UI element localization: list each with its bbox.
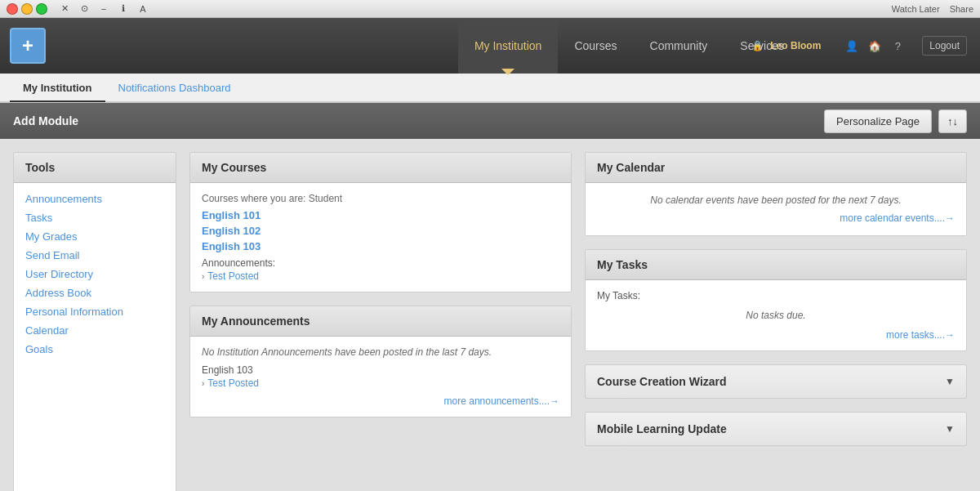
share-label[interactable]: Share xyxy=(950,4,973,14)
my-courses-body: Courses where you are: Student English 1… xyxy=(190,183,571,292)
more-calendar-link[interactable]: more calendar events....→ xyxy=(597,212,955,224)
nav-tab-community[interactable]: Community xyxy=(634,18,724,74)
list-item: Address Book xyxy=(14,283,176,302)
os-icon-circle: ⊙ xyxy=(77,2,91,16)
english-101-link[interactable]: English 101 xyxy=(202,209,559,221)
close-window-button[interactable] xyxy=(7,3,18,15)
mobile-learning-update-panel[interactable]: Mobile Learning Update ▼ xyxy=(585,412,967,446)
add-module-button[interactable]: Add Module xyxy=(13,114,78,127)
maximize-window-button[interactable] xyxy=(36,3,47,15)
announcements-link[interactable]: Announcements xyxy=(25,193,102,205)
send-email-link[interactable]: Send Email xyxy=(25,249,79,261)
english-102-link[interactable]: English 102 xyxy=(202,225,559,237)
my-calendar-title: My Calendar xyxy=(586,153,966,183)
more-announcements-link[interactable]: more announcements....→ xyxy=(202,395,559,407)
list-item: Calendar xyxy=(14,321,176,340)
announcement-course-name: English 103 xyxy=(202,364,559,376)
tab-my-institution[interactable]: My Institution xyxy=(10,75,105,102)
app-header: + 🔒 Leo Bloom 👤 🏠 ? Logout My Institutio… xyxy=(0,18,980,74)
nav-tab-courses[interactable]: Courses xyxy=(558,18,633,74)
announcements-sublabel: Announcements: xyxy=(202,257,559,269)
list-item: Announcements xyxy=(14,190,176,208)
tasks-link[interactable]: Tasks xyxy=(25,212,52,224)
list-item: Send Email xyxy=(14,246,176,265)
add-button[interactable]: + xyxy=(10,28,46,64)
my-tasks-title: My Tasks xyxy=(586,250,966,280)
tools-panel: Tools Announcements Tasks My Grades Send… xyxy=(13,152,176,491)
my-announcements-panel: My Announcements No Institution Announce… xyxy=(189,306,572,417)
test-posted-item-2[interactable]: › Test Posted xyxy=(202,377,559,389)
mobile-learning-update-title: Mobile Learning Update xyxy=(597,422,727,435)
my-announcements-title: My Announcements xyxy=(190,306,571,337)
my-tasks-panel: My Tasks My Tasks: No tasks due. more ta… xyxy=(585,249,967,351)
list-item: User Directory xyxy=(14,265,176,283)
course-creation-wizard-title: Course Creation Wizard xyxy=(597,375,727,388)
tasks-label: My Tasks: xyxy=(597,290,955,301)
no-calendar-events-text: No calendar events have been posted for … xyxy=(597,194,955,206)
test-posted-label-1: Test Posted xyxy=(207,270,259,282)
user-directory-link[interactable]: User Directory xyxy=(25,268,93,280)
list-item: My Grades xyxy=(14,227,176,246)
my-courses-title: My Courses xyxy=(190,153,571,183)
os-bar-icons: ✕ ⊙ − ℹ A xyxy=(57,2,150,16)
chevron-right-icon: › xyxy=(202,272,204,281)
os-icon-minus: − xyxy=(96,2,111,16)
list-item: Tasks xyxy=(14,208,176,227)
toolbar-right: Personalize Page ↑↓ xyxy=(824,109,967,133)
no-announcements-text: No Institution Announcements have been p… xyxy=(202,346,559,358)
goals-link[interactable]: Goals xyxy=(25,343,53,355)
my-calendar-body: No calendar events have been posted for … xyxy=(586,183,966,235)
personal-information-link[interactable]: Personal Information xyxy=(25,306,123,318)
test-posted-label-2: Test Posted xyxy=(207,377,259,389)
my-courses-panel: My Courses Courses where you are: Studen… xyxy=(189,152,572,292)
expand-icon-2: ▼ xyxy=(945,423,955,435)
my-tasks-body: My Tasks: No tasks due. more tasks....→ xyxy=(586,280,966,350)
english-103-link[interactable]: English 103 xyxy=(202,240,559,252)
os-bar-right: Watch Later Share xyxy=(892,0,973,17)
tab-notifications-dashboard[interactable]: Notifications Dashboard xyxy=(105,75,244,102)
toolbar: Add Module Personalize Page ↑↓ xyxy=(0,103,980,139)
os-icon-text: A xyxy=(136,2,150,16)
os-icon-info: ℹ xyxy=(116,2,131,16)
logout-button[interactable]: Logout xyxy=(922,36,967,56)
my-grades-link[interactable]: My Grades xyxy=(25,230,78,243)
nav-icons: 👤 🏠 ? xyxy=(844,38,906,54)
expand-icon-1: ▼ xyxy=(945,376,955,387)
personalize-page-button[interactable]: Personalize Page xyxy=(824,109,932,133)
minimize-window-button[interactable] xyxy=(21,3,33,15)
test-posted-item-1[interactable]: › Test Posted xyxy=(202,270,559,282)
my-calendar-panel: My Calendar No calendar events have been… xyxy=(585,152,967,236)
more-tasks-link[interactable]: more tasks....→ xyxy=(597,329,955,341)
right-column: My Calendar No calendar events have been… xyxy=(585,152,967,491)
chevron-right-icon-2: › xyxy=(202,379,204,388)
main-content: Tools Announcements Tasks My Grades Send… xyxy=(0,139,980,491)
os-icon-close: ✕ xyxy=(57,2,72,16)
course-creation-wizard-panel[interactable]: Course Creation Wizard ▼ xyxy=(585,364,967,399)
my-announcements-body: No Institution Announcements have been p… xyxy=(190,337,571,417)
courses-label: Courses where you are: Student xyxy=(202,193,559,204)
sort-button[interactable]: ↑↓ xyxy=(938,109,967,133)
tools-list: Announcements Tasks My Grades Send Email… xyxy=(14,183,176,365)
address-book-link[interactable]: Address Book xyxy=(25,287,91,299)
nav-tab-my-institution[interactable]: My Institution xyxy=(458,18,558,74)
tools-panel-title: Tools xyxy=(14,153,176,183)
middle-column: My Courses Courses where you are: Studen… xyxy=(189,152,572,491)
help-icon[interactable]: ? xyxy=(889,38,906,54)
nav-tabs: My Institution Courses Community Service… xyxy=(458,18,800,74)
home-icon[interactable]: 🏠 xyxy=(866,38,883,54)
no-tasks-text: No tasks due. xyxy=(597,310,955,321)
nav-tab-services[interactable]: Services xyxy=(724,18,800,74)
calendar-link[interactable]: Calendar xyxy=(25,324,69,337)
list-item: Goals xyxy=(14,340,176,359)
os-window-buttons xyxy=(7,3,47,15)
watch-later-label[interactable]: Watch Later xyxy=(892,4,940,14)
user-profile-icon[interactable]: 👤 xyxy=(844,38,860,54)
os-bar: ✕ ⊙ − ℹ A Watch Later Share xyxy=(0,0,980,18)
tabs-bar: My Institution Notifications Dashboard xyxy=(0,74,980,103)
list-item: Personal Information xyxy=(14,302,176,321)
